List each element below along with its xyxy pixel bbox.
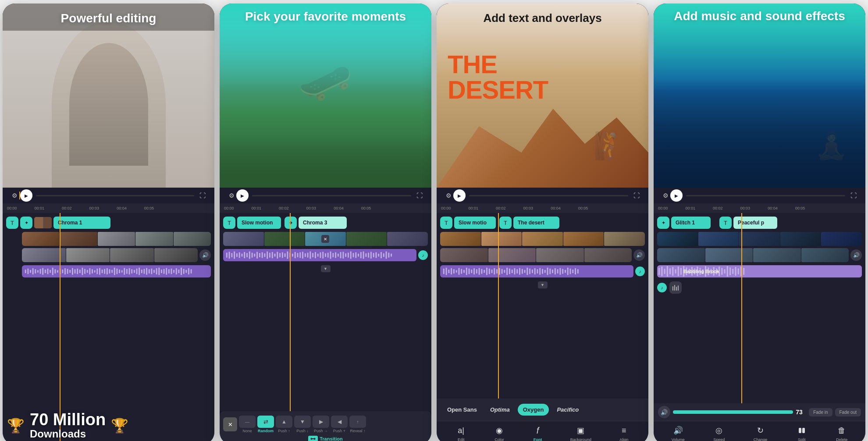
svg-rect-49	[146, 268, 147, 275]
speaker-icon-3[interactable]: 🔊	[633, 249, 645, 261]
track-row-1-1: T ✦ Chroma 1	[6, 216, 211, 230]
video-strip-4-1[interactable]	[657, 232, 862, 246]
music-btn-2[interactable]: ♪	[418, 250, 428, 260]
svg-rect-144	[469, 269, 470, 274]
fullscreen-icon-3[interactable]: ⛶	[632, 191, 641, 200]
trans-push-right[interactable]: ▶ Push →	[313, 416, 329, 433]
svg-rect-135	[446, 267, 447, 275]
gear-icon-4[interactable]: ⚙	[661, 191, 670, 200]
svg-rect-217	[738, 268, 739, 274]
font-action[interactable]: f Font	[532, 425, 543, 441]
slow-motion-3[interactable]: Slow motio	[454, 217, 496, 229]
desert-segment[interactable]: The desert	[513, 217, 559, 229]
svg-rect-109	[330, 251, 331, 259]
play-button-4[interactable]: ▶	[670, 189, 683, 202]
text-icon-1[interactable]: T	[6, 217, 18, 229]
babbling-brook-track[interactable]: Babbling Brook	[657, 265, 862, 277]
fullscreen-icon-1[interactable]: ⛶	[198, 191, 207, 200]
magic-icon-4[interactable]: ✦	[657, 217, 669, 229]
delete-action[interactable]: 🗑 Delete	[836, 425, 847, 441]
video-strip-1[interactable]	[22, 232, 211, 246]
music-btn-3[interactable]: ♪	[635, 267, 645, 276]
svg-rect-21	[77, 269, 78, 274]
edit-action[interactable]: a| Edit	[455, 425, 467, 441]
fade-in-btn[interactable]: Fade in	[809, 408, 832, 416]
video-strip-4-2[interactable]	[657, 248, 849, 262]
audio-track-1[interactable]	[22, 265, 211, 277]
font-oxygen[interactable]: Oxygen	[518, 404, 549, 416]
audio-track-2[interactable]	[223, 249, 416, 261]
fullscreen-icon-4[interactable]: ⛶	[849, 191, 858, 200]
trans-push-down[interactable]: ▼ Push ↓	[294, 416, 311, 433]
progress-bar-2[interactable]	[252, 195, 411, 196]
gear-icon-2[interactable]: ⚙	[227, 191, 236, 200]
speed-action[interactable]: ◎ Speed	[713, 425, 725, 441]
change-action[interactable]: ↻ Change	[754, 425, 768, 441]
text-icon-4b[interactable]: T	[719, 217, 732, 229]
downloads-text: 70 Million Downloads	[30, 411, 106, 440]
color-action[interactable]: ◉ Color	[494, 425, 505, 441]
svg-rect-75	[244, 252, 245, 258]
slow-motion-2[interactable]: Slow motion	[237, 217, 281, 229]
chroma1-segment[interactable]: Chroma 1	[53, 217, 110, 229]
gear-icon-3[interactable]: ⚙	[444, 191, 453, 200]
font-pacifico[interactable]: Pacifico	[551, 404, 584, 416]
text-icon-3[interactable]: T	[440, 217, 452, 229]
progress-bar-3[interactable]	[469, 195, 628, 196]
video-strip-3-1[interactable]	[440, 232, 645, 246]
music-btn-4[interactable]: ♪	[657, 283, 667, 292]
timeline-area-1: T ✦ Chroma 1	[3, 213, 214, 441]
play-button-2[interactable]: ▶	[236, 189, 249, 202]
svg-rect-85	[269, 253, 270, 257]
progress-bar-4[interactable]	[686, 195, 845, 196]
text-icon-3b[interactable]: T	[499, 217, 512, 229]
vol-icon[interactable]: 🔊	[658, 406, 670, 418]
svg-rect-90	[282, 253, 283, 258]
background-action[interactable]: ▣ Background	[570, 425, 591, 441]
svg-rect-101	[309, 251, 311, 259]
svg-rect-173	[542, 269, 543, 274]
trans-push-up[interactable]: ▲ Push ↑	[276, 416, 292, 433]
trans-reveal[interactable]: ↑ Reveal ↑	[349, 416, 366, 433]
video-strip-2[interactable]	[22, 248, 198, 262]
svg-rect-115	[345, 253, 346, 257]
split-action[interactable]: Split	[796, 425, 808, 441]
eq-icon-4[interactable]	[669, 281, 682, 294]
font-optima[interactable]: Optima	[485, 404, 515, 416]
font-opensans[interactable]: Open Sans	[442, 404, 482, 416]
audio-track-3[interactable]	[440, 265, 633, 277]
align-action[interactable]: ≡ Align	[618, 425, 630, 441]
trans-push-plus[interactable]: ◀ Push +	[331, 416, 348, 433]
magic-icon-1[interactable]: ✦	[20, 217, 32, 229]
trans-random[interactable]: ⇄ Random	[257, 416, 274, 433]
chevron-down-3[interactable]: ▼	[440, 281, 645, 289]
volume-action[interactable]: 🔊 Volume	[672, 425, 685, 441]
babbling-brook-label: Babbling Brook	[657, 269, 719, 274]
vol-slider[interactable]	[673, 410, 793, 414]
magic-icon-2[interactable]: ✦	[285, 217, 297, 229]
svg-rect-162	[514, 268, 516, 274]
play-button-3[interactable]: ▶	[453, 189, 466, 202]
video-strip-3-2[interactable]	[440, 248, 632, 262]
speaker-icon-4[interactable]: 🔊	[850, 249, 862, 261]
progress-bar-1[interactable]	[36, 195, 194, 196]
waveform-2	[223, 249, 416, 261]
svg-rect-23	[82, 267, 83, 275]
video-strip-2-1[interactable]: ✕	[223, 232, 428, 246]
play-button-1[interactable]: ▶	[20, 189, 32, 202]
svg-rect-55	[161, 270, 162, 274]
fullscreen-icon-2[interactable]: ⛶	[415, 191, 424, 200]
trans-close-btn[interactable]: ✕	[223, 417, 237, 431]
gear-icon-1[interactable]: ⚙	[10, 191, 19, 200]
text-icon-2[interactable]: T	[223, 217, 235, 229]
trans-none[interactable]: — None	[239, 416, 256, 433]
speaker-icon-1[interactable]: 🔊	[199, 249, 211, 261]
svg-rect-40	[124, 268, 125, 275]
svg-rect-4	[35, 269, 36, 274]
peaceful-segment[interactable]: Peaceful p	[733, 217, 777, 229]
glitch1-segment[interactable]: Glitch 1	[671, 217, 711, 229]
laurel-row: 🏆 70 Million Downloads 🏆	[7, 411, 128, 440]
chevron-down-2[interactable]: ▼	[223, 264, 428, 273]
fade-out-btn[interactable]: Fade out	[835, 408, 861, 416]
chroma3-segment[interactable]: Chroma 3	[299, 217, 347, 229]
